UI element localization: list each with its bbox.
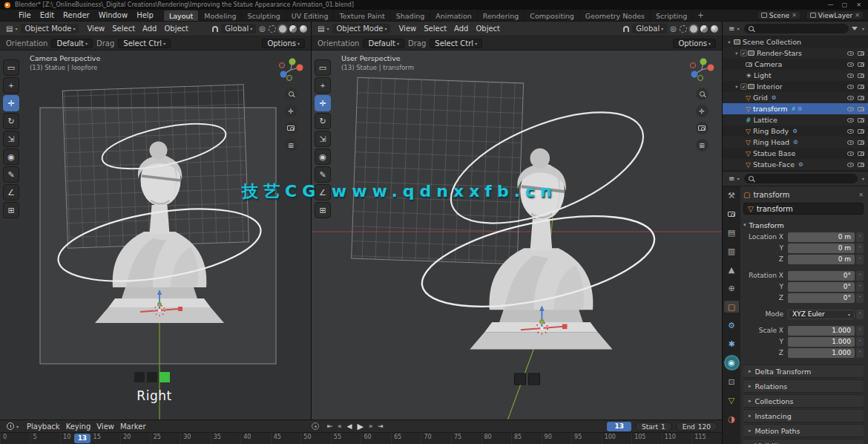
remove-view-layer-icon[interactable]: ✕ (855, 12, 860, 19)
camera-view-icon[interactable] (285, 122, 297, 134)
play-button[interactable]: ▶ (355, 422, 364, 431)
transform-panel-header[interactable]: ▾ Transform (743, 219, 864, 231)
options-dropdown[interactable]: Options▾ (262, 39, 305, 48)
shading-wireframe-icon[interactable] (680, 25, 687, 33)
pan-view-icon[interactable]: ✛ (285, 105, 297, 117)
object-name-field[interactable]: ▽ transform (743, 203, 864, 215)
toggle-ortho-icon[interactable]: ⊞ (285, 139, 297, 151)
tool-button[interactable]: ∠ (3, 184, 19, 200)
viewport-menu[interactable]: Object (472, 24, 504, 33)
animate-property-icon[interactable]: · (856, 232, 864, 242)
tool-button[interactable]: ◉ (315, 148, 331, 165)
shading-rendered-icon[interactable] (711, 25, 718, 33)
drag-dropdown[interactable]: Select Ctrl▾ (118, 39, 171, 48)
tool-button[interactable]: ↻ (3, 113, 19, 129)
workspace-tab[interactable]: Layout (164, 10, 199, 21)
camera-view-icon[interactable] (696, 122, 708, 134)
tab-material[interactable]: ◑ (724, 413, 739, 425)
frame-start-field[interactable]: Start1 (635, 422, 672, 431)
minimize-button[interactable]: — (826, 1, 835, 8)
tool-button[interactable]: ⊞ (315, 202, 331, 218)
tab-modifiers[interactable]: ⚙ (724, 319, 739, 331)
tool-button[interactable]: + (315, 77, 331, 94)
disable-render-icon[interactable] (858, 62, 864, 67)
outliner-row-render-stars[interactable]: ▾ ✓ Render-Stars (723, 48, 868, 59)
outliner-editor-icon[interactable]: ≡▾ (726, 25, 741, 33)
animate-property-icon[interactable]: · (856, 271, 864, 281)
panel-section-header[interactable]: ▸ Delta Transform (743, 365, 864, 378)
timeline-ruler[interactable]: 0510152025303540455055606570758085909510… (0, 432, 722, 444)
outliner-row-statue-base[interactable]: ▽ Statue Base (723, 148, 868, 159)
workspace-tab[interactable]: Scripting (651, 10, 693, 21)
menubar-item[interactable]: Render (59, 10, 94, 20)
panel-section-header[interactable]: ▸ Visibility (743, 439, 864, 444)
workspace-tab[interactable]: Geometry Nodes (580, 10, 651, 21)
previous-keyframe-button[interactable]: « (337, 422, 343, 430)
hide-viewport-icon[interactable] (847, 62, 854, 67)
shading-solid-icon[interactable] (690, 25, 697, 33)
viewport-3d-canvas-left[interactable]: Camera Perspective (13) Statue | loopfor… (0, 50, 311, 419)
tool-button[interactable]: + (3, 77, 19, 94)
tool-button[interactable]: ⇲ (3, 131, 19, 147)
animate-property-icon[interactable]: · (856, 282, 864, 292)
outliner-row-transform[interactable]: ▽ transform #⚙ (723, 103, 868, 114)
frame-end-field[interactable]: End120 (676, 422, 717, 431)
maximize-button[interactable]: ▢ (840, 1, 849, 8)
hide-viewport-icon[interactable] (847, 163, 854, 167)
collection-checkbox-icon[interactable]: ✓ (740, 83, 747, 90)
panel-section-header[interactable]: ▸ Instancing (743, 409, 864, 422)
tab-render[interactable] (724, 208, 739, 220)
disable-render-icon[interactable] (858, 51, 864, 56)
viewport-menu[interactable]: Select (108, 24, 139, 33)
animate-property-icon[interactable]: · (856, 244, 864, 253)
mode-dropdown[interactable]: Object Mode▾ (21, 24, 79, 33)
scene-selector[interactable]: Scene ✕ (757, 10, 801, 20)
value-field[interactable]: 0 m▾ (788, 244, 855, 253)
animate-property-icon[interactable]: · (856, 293, 864, 303)
orientation-dropdown[interactable]: Global▾ (632, 24, 667, 33)
menubar-item[interactable]: File (14, 10, 36, 20)
editor-type-icon[interactable]: ▤▾ (315, 25, 331, 33)
filter-icon[interactable] (852, 27, 858, 30)
hide-viewport-icon[interactable] (847, 85, 854, 89)
jump-to-start-button[interactable]: ⇤ (326, 422, 335, 430)
zoom-icon[interactable] (696, 88, 708, 100)
menubar-item[interactable]: Edit (36, 10, 59, 20)
disclosure-icon[interactable]: ▾ (733, 84, 740, 90)
tool-button[interactable]: ✛ (3, 95, 19, 111)
outliner-row-interior[interactable]: ▾ ✓ Interior (723, 81, 868, 92)
panel-section-header[interactable]: ▸ Motion Paths (743, 424, 864, 437)
collection-checkbox-icon[interactable]: ✓ (740, 50, 747, 56)
outliner-row-light[interactable]: ☀ Light (723, 70, 868, 81)
navigation-gizmo[interactable] (688, 56, 715, 83)
snap-magnet-icon[interactable] (623, 26, 629, 32)
viewport-menu[interactable]: Select (420, 24, 450, 33)
proportional-edit-icon[interactable]: ◎ (259, 25, 266, 33)
disable-render-icon[interactable] (858, 140, 864, 145)
shading-wireframe-icon[interactable] (269, 25, 276, 33)
outliner-row-statue-face[interactable]: ▽ Statue-Face ⚙ (723, 159, 868, 170)
tab-tool[interactable]: ⚒ (724, 189, 739, 201)
tab-physics[interactable]: ◉ (726, 356, 738, 369)
workspace-tab[interactable]: Animation (430, 10, 477, 21)
tool-button[interactable]: ▭ (315, 59, 331, 76)
outliner-row-scene-collection[interactable]: ▾ Scene Collection (723, 36, 868, 48)
timeline-editor-icon[interactable]: ▾ (4, 422, 21, 430)
timeline-menu[interactable]: Marker (117, 422, 149, 431)
orientation-default-dropdown[interactable]: Default▾ (363, 39, 404, 48)
workspace-tab[interactable]: Compositing (525, 10, 580, 21)
value-field[interactable]: 0°▾ (788, 271, 855, 281)
disclosure-icon[interactable]: ▾ (726, 39, 733, 45)
tool-button[interactable]: ✛ (315, 95, 331, 111)
tab-object[interactable]: ▢ (724, 301, 739, 313)
disable-render-icon[interactable] (858, 163, 864, 167)
mode-dropdown[interactable]: Object Mode▾ (332, 24, 390, 33)
shading-material-icon[interactable] (289, 25, 297, 33)
viewport-menu[interactable]: Object (160, 24, 192, 33)
panel-section-header[interactable]: ▸ Collections (743, 394, 864, 408)
timeline-menu[interactable]: Keying (63, 422, 94, 431)
disable-render-icon[interactable] (858, 129, 864, 134)
menubar-item[interactable]: Window (94, 10, 132, 20)
outliner-search-input[interactable] (744, 24, 849, 33)
current-frame-field[interactable]: 13 (607, 422, 631, 431)
